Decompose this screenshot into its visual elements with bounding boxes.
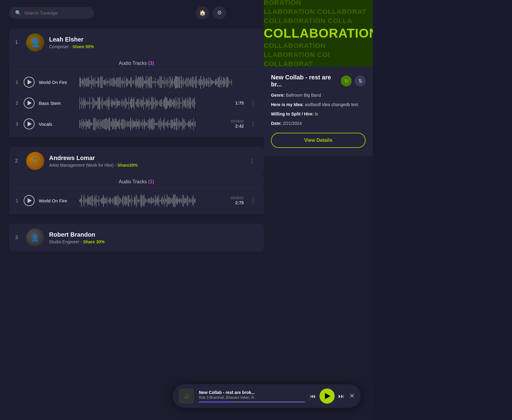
sync-button[interactable]: ↻ (341, 75, 352, 86)
play-button-leah-2[interactable] (24, 98, 35, 108)
collab-header-andrews: 2 Andrews Lomar Artist Management (Work … (15, 152, 258, 170)
main-container: 🔍 🏠 ⚙ 1 Leah Elsher Composer - (0, 0, 512, 420)
track-more-leah-2[interactable]: ⋮ (248, 98, 258, 108)
track-meta-leah-3: 03/18/22 2:42 (219, 119, 244, 128)
bg-line-6: LLABORATION COI (264, 50, 373, 59)
audio-tracks-leah: Audio Tracks (3) 1 World On Fire 2 (9, 56, 264, 137)
track-meta-leah-2: 1:75 (219, 101, 244, 105)
player-play-button[interactable] (320, 388, 335, 404)
track-num-a1: 1 (15, 198, 19, 203)
detail-genre: Genre: Ballroom Big Band (271, 92, 366, 98)
nav-icons: 🏠 ⚙ (196, 6, 226, 19)
audio-tracks-count-andrews: (1) (148, 179, 154, 184)
track-row-leah-2: 2 Bass Stem 1:75 ⋮ (12, 93, 261, 114)
genre-value: Ballroom Big Band (286, 93, 321, 98)
player-play-icon (325, 393, 330, 399)
section-gap-2 (9, 219, 264, 224)
track-date-andrews-1: 03/18/22 (231, 196, 244, 200)
section-gap-1 (9, 142, 264, 147)
share-label-robert: Share 30% (83, 239, 105, 244)
waveform-leah-3 (79, 117, 215, 131)
player-album-art: ♫ (179, 388, 194, 404)
collab-info-leah: Leah Elsher Composer - Share 50% (49, 36, 258, 49)
track-name-leah-3: Vocals (39, 122, 75, 127)
collab-bg-image: BORATION LLABORATION COLLABORAT COLLABOR… (264, 0, 373, 67)
collab-num-1: 1 (15, 40, 21, 45)
track-duration-leah-2: 1:75 (235, 101, 244, 105)
player-controls: ⏮ ⏭ (310, 388, 344, 404)
collab-role-leah: Composer - Share 50% (49, 44, 258, 49)
collab-header-robert: 3 Robert Brandon Studio Engineer - Share… (15, 228, 258, 247)
track-row-leah-1: 1 World On Fire (12, 72, 261, 93)
player-prev-button[interactable]: ⏮ (310, 393, 316, 400)
collab-card-robert: 3 Robert Brandon Studio Engineer - Share… (9, 224, 264, 252)
collab-role-andrews: Artist Management (Work for Hire) - Shar… (49, 163, 242, 168)
track-name-andrews-1: World On Fire (39, 198, 75, 203)
player-title: New Collab - rest are brok... (199, 390, 305, 395)
player-progress-fill (199, 402, 231, 402)
collab-title: New Collab - rest are br... (271, 74, 341, 88)
collab-name-leah: Leah Elsher (49, 36, 258, 43)
collab-info-andrews: Andrews Lomar Artist Management (Work fo… (49, 155, 242, 168)
bottom-player: ♫ New Collab - rest are brok... Rob 3 Br… (173, 384, 361, 408)
track-more-andrews-1[interactable]: ⋮ (248, 196, 258, 205)
search-input-wrap[interactable]: 🔍 (9, 7, 94, 19)
collab-card-andrews-header: 2 Andrews Lomar Artist Management (Work … (9, 147, 264, 175)
collab-header-leah: 1 Leah Elsher Composer - Share 50% (15, 33, 258, 52)
detail-date: Date: 2/21/2024 (271, 120, 366, 127)
home-button[interactable]: 🏠 (196, 6, 209, 19)
collab-name-andrews: Andrews Lomar (49, 155, 242, 162)
settings-button[interactable]: ⚙ (213, 6, 226, 19)
collab-details-card: New Collab - rest are br... ↻ ⇅ Genre: B… (264, 67, 373, 156)
view-details-button[interactable]: View Details (271, 133, 366, 148)
bg-line-2: LLABORATION COLLABORAT (264, 7, 373, 16)
track-num-1: 1 (15, 80, 19, 85)
play-icon (28, 122, 32, 126)
collab-card-andrews: 2 Andrews Lomar Artist Management (Work … (9, 147, 264, 214)
collab-bg-text: BORATION LLABORATION COLLABORAT COLLABOR… (264, 0, 373, 67)
track-row-andrews-1: 1 World On Fire 03/18/22 2:75 ⋮ (12, 190, 261, 211)
play-button-andrews-1[interactable] (24, 195, 35, 206)
waveform-leah-2 (79, 96, 215, 110)
audio-tracks-header-andrews: Audio Tracks (1) (12, 175, 261, 188)
collab-card-leah-header: 1 Leah Elsher Composer - Share 50% (9, 28, 264, 56)
audio-tracks-header-leah: Audio Tracks (3) (12, 56, 261, 69)
play-button-leah-1[interactable] (24, 77, 35, 88)
track-name-leah-2: Bass Stem (39, 101, 75, 106)
play-button-leah-3[interactable] (24, 118, 35, 129)
bg-line-1: BORATION (264, 0, 373, 7)
player-next-button[interactable]: ⏭ (338, 393, 344, 400)
search-input[interactable] (24, 10, 85, 15)
collab-card-leah: 1 Leah Elsher Composer - Share 50% Audio… (9, 28, 264, 137)
play-icon (28, 198, 32, 203)
collab-title-row: New Collab - rest are br... ↻ ⇅ (271, 74, 366, 88)
track-num-2: 2 (15, 101, 19, 105)
left-panel: 🔍 🏠 ⚙ 1 Leah Elsher Composer - (0, 0, 264, 420)
bg-line-3: COLLABORATION COLLA (264, 16, 373, 25)
player-artist: Rob 3 Bramhall, Bhavani Velan, R... (199, 395, 305, 400)
track-duration-leah-3: 2:42 (235, 124, 244, 128)
play-icon (28, 80, 32, 85)
split-value: bi (315, 112, 318, 116)
track-name-leah-1: World On Fire (39, 80, 75, 85)
detail-split: Willing to Split / Hire: bi (271, 111, 366, 117)
player-close-button[interactable]: ✕ (349, 392, 355, 400)
track-more-leah-3[interactable]: ⋮ (248, 119, 258, 128)
track-row-leah-3: 3 Vocals 03/18/22 2:42 ⋮ (12, 114, 261, 134)
share-button[interactable]: ⇅ (355, 75, 366, 86)
waveform-andrews-1 (79, 193, 215, 208)
track-num-3: 3 (15, 122, 19, 126)
avatar-robert (26, 228, 44, 247)
search-icon: 🔍 (15, 10, 21, 16)
collab-card-robert-header: 3 Robert Brandon Studio Engineer - Share… (9, 224, 264, 252)
collab-role-robert: Studio Engineer - Share 30% (49, 239, 258, 244)
avatar-leah (26, 33, 44, 52)
collab-num-2: 2 (15, 158, 21, 164)
audio-tracks-andrews: Audio Tracks (1) 1 World On Fire 03/18/2… (9, 175, 264, 214)
more-button-andrews[interactable]: ⋮ (247, 155, 258, 167)
collab-action-icons: ↻ ⇅ (341, 75, 366, 86)
idea-value: asdfasdf Idea changedb test (305, 102, 358, 107)
date-value: 2/21/2024 (283, 121, 302, 126)
track-date-leah-3: 03/18/22 (231, 119, 244, 123)
right-panel: BORATION LLABORATION COLLABORAT COLLABOR… (264, 0, 373, 420)
